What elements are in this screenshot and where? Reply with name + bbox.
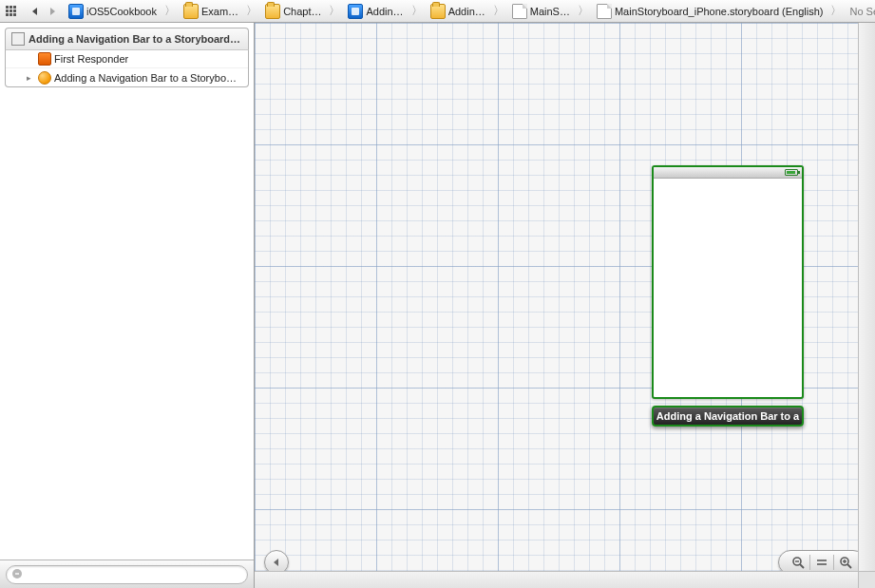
outline-body: Adding a Navigation Bar to a Storyboard……: [0, 23, 254, 560]
outline-row-label: First Responder: [54, 53, 128, 65]
folder-icon: [430, 4, 446, 19]
breadcrumb-item[interactable]: MainStoryboard_iPhone.storyboard (Englis…: [595, 4, 826, 19]
horizontal-scrollbar[interactable]: [255, 571, 858, 588]
svg-line-8: [847, 564, 851, 568]
jump-bar: iOS5Cookbook 〉 Exam… 〉 Chapt… 〉 Addin… 〉…: [0, 0, 875, 23]
breadcrumb-label: MainS…: [530, 6, 570, 17]
breadcrumb-item[interactable]: Addin…: [428, 4, 487, 19]
breadcrumb-item[interactable]: No Selection: [847, 6, 875, 17]
file-icon: [512, 4, 527, 19]
back-button[interactable]: [29, 3, 42, 20]
breadcrumb-label: MainStoryboard_iPhone.storyboard (Englis…: [615, 6, 824, 17]
status-bar: [654, 167, 802, 179]
document-outline: Adding a Navigation Bar to a Storyboard……: [0, 23, 255, 588]
outline-scene-body: First Responder ▸ Adding a Navigation Ba…: [5, 50, 249, 87]
breadcrumb-item[interactable]: Exam…: [181, 4, 240, 19]
back-icon: [30, 7, 40, 16]
outline-scene-header[interactable]: Adding a Navigation Bar to a Storyboard…: [5, 28, 249, 50]
battery-icon: [785, 169, 798, 176]
chevron-right-icon: 〉: [828, 3, 844, 19]
zoom-in-icon: [839, 556, 852, 569]
outline-footer: [0, 560, 254, 588]
outline-scene-title: Adding a Navigation Bar to a Storyboard…: [29, 33, 240, 45]
breadcrumb-label: Addin…: [366, 6, 403, 17]
breadcrumb-label: No Selection: [849, 6, 875, 17]
chevron-right-icon: 〉: [491, 3, 506, 19]
breadcrumb-item[interactable]: MainS…: [510, 4, 572, 19]
outline-filter-input[interactable]: [28, 569, 241, 580]
forward-icon: [48, 7, 57, 16]
project-icon: [348, 4, 363, 19]
filter-icon: [12, 569, 24, 580]
outline-filter-field[interactable]: [6, 565, 248, 584]
chevron-right-icon: 〉: [409, 3, 425, 19]
related-items-button[interactable]: [4, 3, 21, 20]
folder-icon: [265, 4, 280, 19]
scene-label[interactable]: Adding a Navigation Bar to a: [652, 406, 804, 427]
svg-line-3: [800, 564, 804, 568]
breadcrumb-label: iOS5Cookbook: [86, 6, 157, 17]
storyboard-icon: [11, 32, 25, 46]
chevron-right-icon: 〉: [576, 3, 591, 19]
file-icon: [597, 4, 612, 19]
scene-label-text: Adding a Navigation Bar to a: [656, 410, 799, 422]
editor-split: Adding a Navigation Bar to a Storyboard……: [0, 23, 875, 588]
disclosure-triangle[interactable]: ▸: [27, 73, 35, 83]
scene-view[interactable]: [652, 165, 804, 399]
breadcrumb-label: Exam…: [201, 6, 238, 17]
scrollbar-corner: [858, 571, 875, 588]
zoom-out-icon: [791, 556, 805, 569]
breadcrumb-label: Chapt…: [283, 6, 321, 17]
breadcrumb-item[interactable]: iOS5Cookbook: [67, 4, 159, 19]
grid-icon: [6, 6, 19, 16]
outline-row-label: Adding a Navigation Bar to a Storybo…: [54, 72, 237, 84]
storyboard-canvas[interactable]: Adding a Navigation Bar to a: [255, 23, 875, 588]
breadcrumb-item[interactable]: Chapt…: [263, 4, 323, 19]
zoom-actual-icon: [815, 556, 828, 569]
project-icon: [68, 4, 84, 19]
first-responder-icon: [38, 52, 51, 66]
svg-rect-1: [15, 573, 19, 574]
breadcrumb-label: Addin…: [448, 6, 485, 17]
breadcrumb-item[interactable]: Addin…: [346, 4, 405, 19]
vertical-scrollbar[interactable]: [858, 23, 875, 571]
forward-button[interactable]: [46, 3, 59, 20]
chevron-right-icon: 〉: [327, 3, 342, 19]
storyboard-scene[interactable]: Adding a Navigation Bar to a: [652, 165, 804, 427]
view-controller-icon: [38, 71, 51, 85]
chevron-right-icon: 〉: [162, 3, 178, 19]
chevron-right-icon: 〉: [244, 3, 259, 19]
chevron-left-icon: [272, 558, 281, 567]
folder-icon: [183, 4, 199, 19]
outline-row-first-responder[interactable]: First Responder: [6, 50, 248, 68]
outline-row-view-controller[interactable]: ▸ Adding a Navigation Bar to a Storybo…: [6, 68, 248, 86]
